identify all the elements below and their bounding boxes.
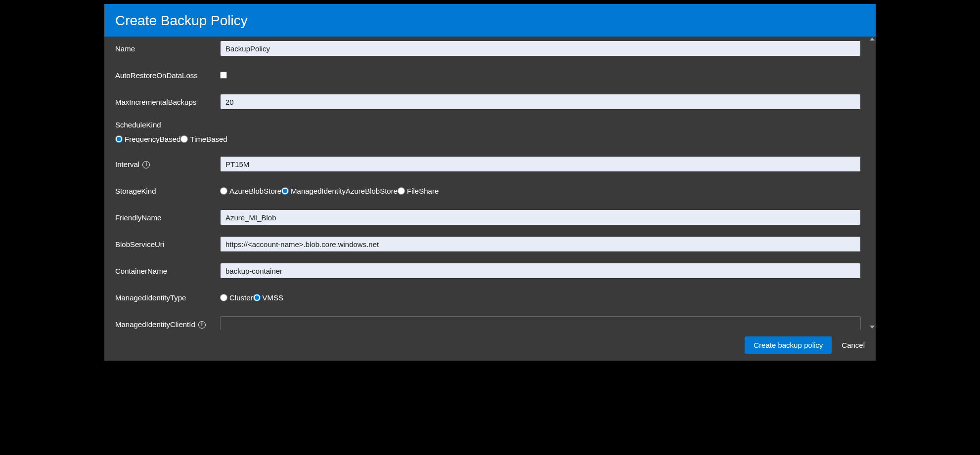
info-icon[interactable]: i — [142, 161, 150, 168]
row-maxincremental: MaxIncrementalBackups — [115, 94, 861, 110]
create-backup-policy-button[interactable]: Create backup policy — [745, 336, 832, 354]
radio-managedidentityazureblobstore[interactable]: ManagedIdentityAzureBlobStore — [281, 187, 398, 195]
radio-timebased-label: TimeBased — [190, 135, 227, 143]
radio-cluster-label: Cluster — [229, 293, 253, 302]
label-name: Name — [115, 44, 220, 53]
radio-vmss-label: VMSS — [263, 293, 284, 302]
radio-fileshare-label: FileShare — [407, 187, 439, 195]
info-icon[interactable]: i — [198, 321, 206, 329]
interval-input[interactable] — [220, 156, 861, 172]
label-storagekind: StorageKind — [115, 187, 220, 195]
blobserviceuri-input[interactable] — [220, 236, 861, 252]
radio-managedidentityazureblobstore-label: ManagedIdentityAzureBlobStore — [291, 187, 398, 195]
label-managedidentityclientid: ManagedIdentityClientId — [115, 320, 195, 329]
cancel-button[interactable]: Cancel — [842, 341, 865, 349]
radio-timebased-input[interactable] — [180, 135, 188, 143]
radio-managedidentityazureblobstore-input[interactable] — [281, 187, 289, 195]
row-autorestore: AutoRestoreOnDataLoss — [115, 67, 861, 83]
managedidentitytype-radiogroup: Cluster VMSS — [220, 293, 861, 302]
radio-vmss-input[interactable] — [253, 294, 261, 301]
managedidentityclientid-input[interactable] — [220, 316, 861, 330]
row-name: Name — [115, 41, 861, 56]
radio-fileshare-input[interactable] — [398, 187, 405, 195]
containername-input[interactable] — [220, 263, 861, 279]
radio-azureblobstore-label: AzureBlobStore — [229, 187, 281, 195]
radio-azureblobstore[interactable]: AzureBlobStore — [220, 187, 281, 195]
row-friendlyname: FriendlyName — [115, 209, 861, 225]
create-backup-policy-dialog: Create Backup Policy Name AutoRestoreOnD… — [104, 4, 876, 361]
row-blobserviceuri: BlobServiceUri — [115, 236, 861, 252]
radio-frequencybased-input[interactable] — [115, 135, 123, 143]
row-managedidentityclientid: ManagedIdentityClientId i Client-id of t… — [115, 316, 861, 330]
label-containername: ContainerName — [115, 267, 220, 275]
radio-frequencybased-label: FrequencyBased — [125, 135, 180, 143]
dialog-footer: Create backup policy Cancel — [104, 330, 876, 361]
storagekind-radiogroup: AzureBlobStore ManagedIdentityAzureBlobS… — [220, 187, 861, 195]
label-blobserviceuri: BlobServiceUri — [115, 240, 220, 248]
label-autorestore: AutoRestoreOnDataLoss — [115, 71, 220, 80]
radio-frequencybased[interactable]: FrequencyBased — [115, 135, 180, 143]
dialog-title: Create Backup Policy — [104, 4, 876, 37]
label-schedulekind: ScheduleKind — [115, 121, 861, 129]
radio-fileshare[interactable]: FileShare — [398, 187, 439, 195]
friendlyname-input[interactable] — [220, 209, 861, 225]
row-interval: Interval i — [115, 156, 861, 172]
radio-vmss[interactable]: VMSS — [253, 293, 284, 302]
row-managedidentitytype: ManagedIdentityType Cluster VMSS — [115, 290, 861, 305]
row-storagekind: StorageKind AzureBlobStore ManagedIdenti… — [115, 183, 861, 199]
name-input[interactable] — [220, 41, 861, 56]
label-friendlyname: FriendlyName — [115, 213, 220, 222]
radio-timebased[interactable]: TimeBased — [180, 135, 227, 143]
radio-azureblobstore-input[interactable] — [220, 187, 227, 195]
label-managedidentitytype: ManagedIdentityType — [115, 293, 220, 302]
dialog-body-scroll[interactable]: Name AutoRestoreOnDataLoss MaxIncrementa… — [104, 37, 876, 330]
schedulekind-radiogroup: FrequencyBased TimeBased — [115, 135, 861, 143]
label-interval: Interval — [115, 160, 139, 168]
autorestore-checkbox[interactable] — [220, 72, 227, 79]
maxincremental-input[interactable] — [220, 94, 861, 110]
radio-cluster[interactable]: Cluster — [220, 293, 253, 302]
row-containername: ContainerName — [115, 263, 861, 279]
label-maxincremental: MaxIncrementalBackups — [115, 98, 220, 106]
radio-cluster-input[interactable] — [220, 294, 227, 301]
